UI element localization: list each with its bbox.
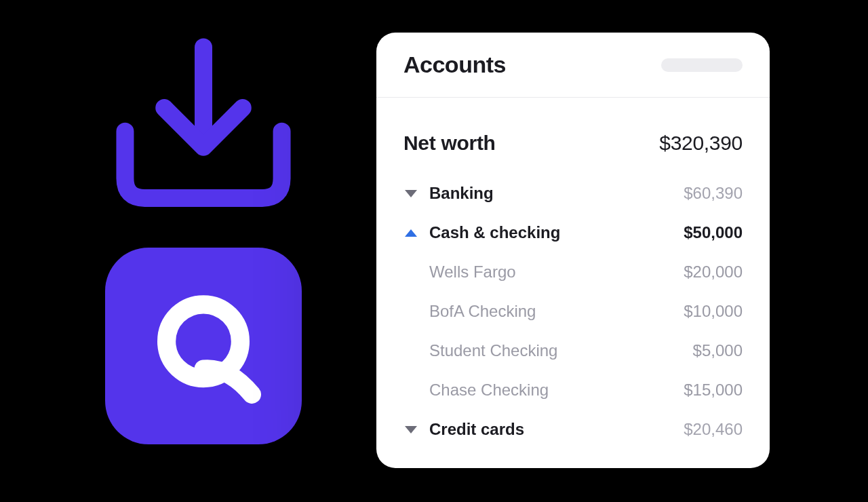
subgroup-value: $20,460 — [684, 420, 743, 439]
account-value: $10,000 — [684, 302, 743, 321]
group-row-banking[interactable]: Banking $60,390 — [403, 174, 743, 213]
accounts-title: Accounts — [403, 52, 506, 78]
account-row-student-checking[interactable]: Student Checking $5,000 — [403, 331, 743, 370]
account-label: BofA Checking — [429, 302, 536, 321]
account-value: $20,000 — [684, 263, 743, 282]
account-row-wells-fargo[interactable]: Wells Fargo $20,000 — [403, 252, 743, 292]
group-value: $60,390 — [684, 184, 743, 203]
subgroup-row-cash-checking[interactable]: Cash & checking $50,000 — [403, 213, 743, 252]
net-worth-label: Net worth — [403, 132, 496, 155]
app-icon — [105, 248, 302, 444]
accounts-card: Accounts Net worth $320,390 Banking $60,… — [376, 33, 770, 468]
header-action-placeholder[interactable] — [661, 58, 743, 72]
accounts-card-body: Net worth $320,390 Banking $60,390 Cash … — [376, 98, 770, 449]
accounts-card-header: Accounts — [376, 33, 770, 98]
subgroup-value: $50,000 — [684, 223, 743, 242]
account-row-chase-checking[interactable]: Chase Checking $15,000 — [403, 370, 743, 410]
caret-down-icon — [403, 422, 418, 437]
account-value: $5,000 — [693, 341, 743, 360]
account-label: Wells Fargo — [429, 263, 516, 282]
account-label: Chase Checking — [429, 381, 549, 400]
account-value: $15,000 — [684, 381, 743, 400]
download-icon — [105, 37, 302, 214]
group-label: Banking — [429, 184, 494, 203]
net-worth-value: $320,390 — [659, 132, 743, 155]
subgroup-label: Credit cards — [429, 420, 524, 439]
left-decor-area — [0, 0, 326, 502]
caret-down-icon — [403, 186, 418, 201]
account-label: Student Checking — [429, 341, 557, 360]
subgroup-row-credit-cards[interactable]: Credit cards $20,460 — [403, 410, 743, 449]
net-worth-row: Net worth $320,390 — [403, 118, 743, 168]
account-row-bofa-checking[interactable]: BofA Checking $10,000 — [403, 292, 743, 331]
subgroup-label: Cash & checking — [429, 223, 560, 242]
caret-up-icon — [403, 225, 418, 240]
